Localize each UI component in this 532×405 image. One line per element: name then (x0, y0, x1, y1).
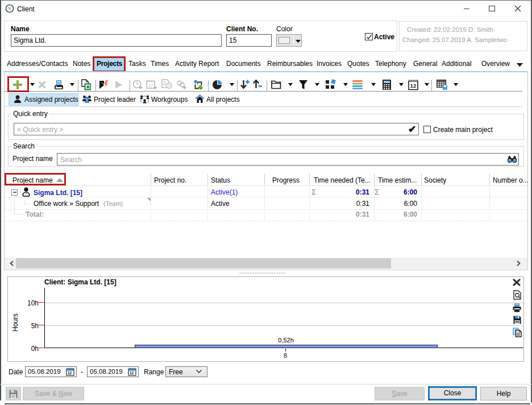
svg-text:12: 12 (68, 371, 72, 375)
svg-text:12: 12 (410, 82, 417, 89)
svg-text:17: 17 (148, 84, 153, 88)
svg-text:12: 12 (130, 371, 134, 375)
